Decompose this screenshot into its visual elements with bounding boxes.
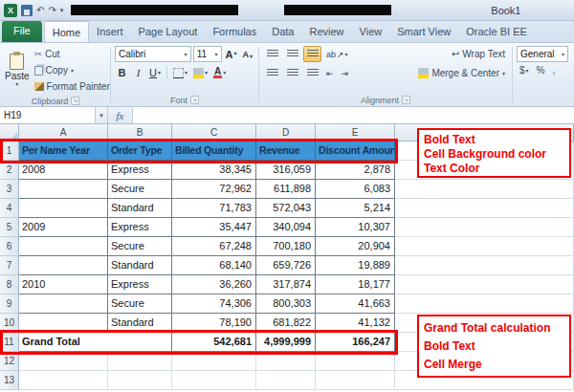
row-header-13[interactable]: 13	[0, 371, 19, 390]
cell[interactable]: Express	[108, 161, 172, 180]
top-align-button[interactable]	[263, 46, 281, 62]
cell[interactable]: 71,783	[172, 199, 256, 218]
font-name-select[interactable]: Calibri ▾	[115, 46, 191, 62]
tab-page-layout[interactable]: Page Layout	[131, 21, 206, 42]
cell[interactable]	[395, 294, 574, 314]
cell[interactable]: Secure	[108, 237, 172, 256]
format-painter-button[interactable]: Format Painter	[34, 79, 110, 94]
undo-icon[interactable]: ↶	[36, 5, 44, 15]
cell[interactable]: 72,962	[172, 180, 256, 199]
cell[interactable]: 68,140	[172, 256, 256, 275]
align-left-button[interactable]	[263, 65, 281, 81]
cell[interactable]: Per Name Year	[19, 142, 108, 161]
cell[interactable]: 10,307	[316, 218, 395, 237]
qat-dropdown-icon[interactable]: ▾	[60, 7, 64, 14]
cell[interactable]: 67,248	[172, 237, 256, 256]
underline-button[interactable]: U ▾	[147, 65, 163, 80]
cell[interactable]	[256, 352, 316, 371]
cell[interactable]: 572,043	[256, 199, 316, 218]
italic-button[interactable]: I	[131, 65, 145, 80]
cell[interactable]: 5,214	[316, 199, 395, 218]
cell[interactable]	[19, 371, 108, 390]
row-header-2[interactable]: 2	[0, 161, 19, 180]
formula-input[interactable]	[133, 107, 574, 123]
borders-button[interactable]: ▾	[171, 65, 189, 80]
cell[interactable]: Express	[108, 275, 172, 294]
cell[interactable]	[395, 256, 574, 275]
cell[interactable]: Secure	[108, 180, 172, 199]
cell[interactable]: 700,180	[256, 237, 316, 256]
cell[interactable]: 800,303	[256, 294, 316, 314]
paste-button[interactable]: Paste ▾	[5, 46, 30, 94]
column-header-b[interactable]: B	[108, 124, 172, 142]
cell[interactable]: Discount Amount	[316, 142, 395, 161]
comma-style-button[interactable]: ,	[549, 65, 558, 76]
cell[interactable]	[316, 371, 395, 390]
bottom-align-button[interactable]	[303, 46, 321, 62]
cell[interactable]	[172, 352, 256, 371]
cell[interactable]: 681,822	[256, 314, 316, 333]
cell[interactable]: 340,094	[256, 218, 316, 237]
cell[interactable]	[19, 294, 108, 314]
copy-button[interactable]: Copy ▾	[34, 63, 110, 77]
cell[interactable]	[395, 199, 574, 218]
cell[interactable]: 74,306	[172, 294, 256, 314]
cell[interactable]: Standard	[108, 199, 172, 218]
cell[interactable]	[395, 180, 574, 199]
number-format-select[interactable]: General ▾	[517, 46, 568, 62]
cell[interactable]	[316, 352, 395, 371]
row-header-1[interactable]: 1	[0, 142, 19, 161]
cell[interactable]: 4,999,999	[256, 333, 316, 352]
increase-indent-button[interactable]: ⇥	[339, 69, 352, 78]
accounting-format-button[interactable]: $ ▾	[517, 65, 532, 76]
tab-view[interactable]: View	[352, 21, 390, 42]
row-header-5[interactable]: 5	[0, 218, 19, 237]
cell[interactable]	[19, 199, 108, 218]
cell[interactable]: 41,132	[316, 314, 395, 333]
cell[interactable]: 38,345	[172, 161, 256, 180]
cell[interactable]: 611,898	[256, 180, 316, 199]
column-header-a[interactable]: A	[19, 124, 108, 142]
font-color-button[interactable]: A ▾	[211, 65, 228, 80]
save-icon[interactable]	[21, 5, 33, 16]
fill-color-button[interactable]: ▾	[191, 65, 210, 80]
select-all-corner[interactable]	[0, 124, 19, 142]
tab-oracle-bi-ee[interactable]: Oracle BI EE	[458, 21, 535, 42]
cell[interactable]	[108, 371, 172, 390]
cell[interactable]: 542,681	[172, 333, 256, 352]
cell[interactable]: 6,083	[316, 180, 395, 199]
cell[interactable]: 78,190	[172, 314, 256, 333]
align-center-button[interactable]	[283, 65, 301, 81]
cell[interactable]: 41,663	[316, 294, 395, 314]
merge-center-button[interactable]: Merge & Center ▾	[415, 65, 508, 81]
cell[interactable]: 2010	[19, 275, 108, 294]
orientation-button[interactable]: ab ↗ ▾	[323, 50, 351, 59]
tab-formulas[interactable]: Formulas	[205, 21, 264, 42]
tab-data[interactable]: Data	[264, 21, 301, 42]
row-header-4[interactable]: 4	[0, 199, 19, 218]
tab-review[interactable]: Review	[301, 21, 351, 42]
alignment-dialog-launcher[interactable]: ↘	[402, 96, 410, 104]
column-header-d[interactable]: D	[256, 124, 316, 142]
cell[interactable]: Express	[108, 218, 172, 237]
percent-style-button[interactable]: %	[534, 65, 548, 76]
cell[interactable]: 317,874	[256, 275, 316, 294]
cell[interactable]: 2,878	[316, 161, 395, 180]
cell[interactable]: 36,260	[172, 275, 256, 294]
tab-home[interactable]: Home	[44, 21, 89, 42]
row-header-11[interactable]: 11	[0, 333, 19, 352]
cell[interactable]	[108, 352, 172, 371]
bold-button[interactable]: B	[115, 65, 129, 80]
file-tab[interactable]: File	[2, 21, 42, 42]
row-header-6[interactable]: 6	[0, 237, 19, 256]
row-header-10[interactable]: 10	[0, 314, 19, 333]
shrink-font-button[interactable]: A ▾	[240, 50, 254, 59]
cell[interactable]	[395, 218, 574, 237]
cell[interactable]: Billed Quantity	[172, 142, 256, 161]
cell[interactable]: Standard	[108, 314, 172, 333]
cell[interactable]: 35,447	[172, 218, 256, 237]
cell[interactable]	[172, 371, 256, 390]
cell[interactable]	[256, 371, 316, 390]
row-header-12[interactable]: 12	[0, 352, 19, 371]
cell[interactable]: Grand Total	[19, 333, 172, 352]
